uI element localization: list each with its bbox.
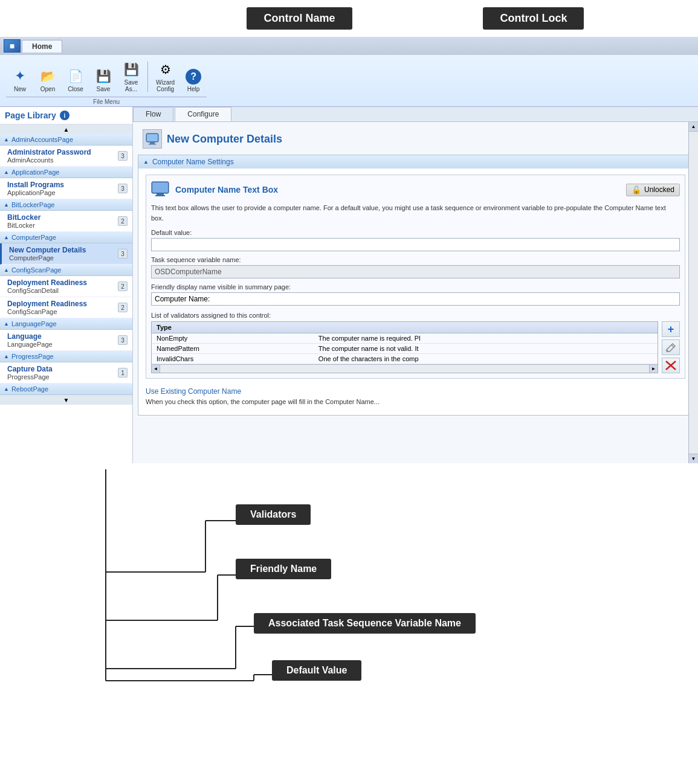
sidebar-item-deployment-1[interactable]: Deployment Readiness ConfigScanDetail 2 xyxy=(0,276,132,297)
office-button[interactable]: ■ xyxy=(4,39,21,53)
sidebar-section-bitlocker[interactable]: ▲ BitLockerPage xyxy=(0,199,132,211)
sidebar-section-application[interactable]: ▲ ApplicationPage xyxy=(0,167,132,178)
item-sub: BitLocker xyxy=(7,222,40,229)
use-existing-link[interactable]: Use Existing Computer Name xyxy=(146,387,241,396)
svg-rect-2 xyxy=(149,144,156,145)
validator-desc: The computer name is required. Pl xyxy=(314,333,658,344)
wizard-config-icon: ⚙ xyxy=(157,61,174,78)
sidebar-info-icon[interactable]: i xyxy=(60,111,69,120)
validator-type: NonEmpty xyxy=(152,333,314,344)
open-label: Open xyxy=(40,86,55,92)
item-sub: ConfigScanDetail xyxy=(7,287,87,294)
sidebar-section-language[interactable]: ▲ LanguagePage xyxy=(0,318,132,330)
svg-rect-1 xyxy=(150,142,155,144)
item-sub: AdminAccounts xyxy=(7,156,91,164)
sidebar-section-configscan[interactable]: ▲ ConfigScanPage xyxy=(0,265,132,276)
item-badge: 2 xyxy=(118,281,128,291)
scroll-up-btn[interactable]: ▲ xyxy=(689,122,698,132)
validators-label: List of validators assigned to this cont… xyxy=(151,312,680,319)
close-label: Close xyxy=(68,86,83,92)
default-value-annotation: Default Value xyxy=(272,660,361,681)
sidebar-item-admin-password[interactable]: Administrator Password AdminAccounts 3 xyxy=(0,146,132,167)
delete-validator-button[interactable] xyxy=(662,358,680,373)
close-button[interactable]: 📄 Close xyxy=(62,65,89,95)
table-row[interactable]: NonEmpty The computer name is required. … xyxy=(152,333,658,344)
lock-badge[interactable]: 🔓 Unlocked xyxy=(626,184,680,196)
section-header[interactable]: ▲ Computer Name Settings xyxy=(138,155,693,169)
table-row[interactable]: NamedPattern The computer name is not va… xyxy=(152,344,658,354)
section-arrow: ▲ xyxy=(4,202,9,208)
section-label: RebootPage xyxy=(11,385,48,393)
sidebar-item-capture-data[interactable]: Capture Data ProgressPage 1 xyxy=(0,362,132,384)
control-title: Computer Name Text Box xyxy=(175,185,278,194)
sidebar-section-admin-accounts[interactable]: ▲ AdminAccountsPage xyxy=(0,134,132,146)
help-icon: ? xyxy=(186,69,201,85)
section-label: AdminAccountsPage xyxy=(11,136,73,143)
ribbon-content: ✦ New 📂 Open 📄 Close 💾 Save 💾 Save xyxy=(0,55,698,106)
friendly-name-input[interactable] xyxy=(151,292,680,306)
control-name-annotation: Control Name xyxy=(247,7,352,30)
wizard-config-button[interactable]: ⚙ Wizard Config xyxy=(150,59,180,95)
sidebar-section-progress[interactable]: ▲ ProgressPage xyxy=(0,351,132,362)
close-icon: 📄 xyxy=(67,68,84,85)
use-existing-desc: When you check this option, the computer… xyxy=(146,398,685,405)
control-card-header: Computer Name Text Box 🔓 Unlocked xyxy=(151,180,680,199)
control-description: This text box allows the user to provide… xyxy=(151,203,680,223)
section-label: ConfigScanPage xyxy=(11,266,62,274)
tab-flow[interactable]: Flow xyxy=(133,107,173,121)
validators-annotation: Validators xyxy=(236,504,311,525)
ribbon-separator xyxy=(147,62,148,92)
save-button[interactable]: 💾 Save xyxy=(89,65,117,95)
default-value-label: Default value: xyxy=(151,229,680,236)
section-arrow: ▲ xyxy=(4,353,9,359)
sidebar-item-new-computer[interactable]: New Computer Details ComputerPage 3 xyxy=(0,243,132,265)
help-label: Help xyxy=(187,86,200,92)
sidebar-item-deployment-2[interactable]: Deployment Readiness ConfigScanPage 2 xyxy=(0,297,132,318)
item-badge: 3 xyxy=(118,151,128,161)
friendly-name-annotation: Friendly Name xyxy=(236,559,331,579)
section-label: LanguagePage xyxy=(11,320,57,327)
sidebar-item-bitlocker[interactable]: BitLocker BitLocker 2 xyxy=(0,211,132,232)
sidebar-section-computer[interactable]: ▲ ComputerPage xyxy=(0,232,132,243)
section-arrow: ▲ xyxy=(4,321,9,327)
new-button[interactable]: ✦ New xyxy=(6,65,34,95)
default-value-input[interactable] xyxy=(151,238,680,251)
validators-section: List of validators assigned to this cont… xyxy=(151,312,680,373)
scroll-down-btn[interactable]: ▼ xyxy=(689,454,698,463)
tab-configure[interactable]: Configure xyxy=(175,107,231,121)
section-arrow: ▲ xyxy=(4,234,9,240)
sidebar-section-reboot[interactable]: ▲ RebootPage xyxy=(0,384,132,395)
task-seq-label: Task sequence variable name: xyxy=(151,256,680,263)
section-label: ApplicationPage xyxy=(11,169,60,176)
sidebar-item-language[interactable]: Language LanguagePage 3 xyxy=(0,330,132,351)
edit-validator-button[interactable] xyxy=(662,339,680,355)
use-existing-section: Use Existing Computer Name When you chec… xyxy=(146,384,685,409)
section-body: Computer Name Text Box 🔓 Unlocked This t… xyxy=(138,169,693,415)
open-button[interactable]: 📂 Open xyxy=(34,65,62,95)
page-title-icon xyxy=(143,129,162,149)
sidebar-title: Page Library xyxy=(5,111,56,120)
section-label: ComputerPage xyxy=(11,234,56,241)
content-area: Flow Configure New Computer Details xyxy=(133,107,698,463)
wizard-config-label: Wizard Config xyxy=(156,79,175,92)
ribbon-tab-home[interactable]: Home xyxy=(22,40,62,53)
sidebar-scroll-up[interactable]: ▲ xyxy=(0,124,132,134)
table-scroll-left[interactable]: ◄ xyxy=(152,365,160,373)
save-as-button[interactable]: 💾 Save As... xyxy=(117,59,145,95)
svg-rect-5 xyxy=(152,182,168,193)
add-validator-button[interactable]: + xyxy=(662,321,680,337)
section-label: ProgressPage xyxy=(11,353,54,360)
section-arrow: ▲ xyxy=(4,169,9,175)
sidebar: Page Library i ▲ ▲ AdminAccountsPage Adm… xyxy=(0,107,133,463)
save-as-label: Save As... xyxy=(124,79,138,92)
section-expand-icon: ▲ xyxy=(143,159,149,165)
ribbon-buttons: ✦ New 📂 Open 📄 Close 💾 Save 💾 Save xyxy=(6,59,207,95)
sidebar-scroll-down[interactable]: ▼ xyxy=(0,395,132,405)
table-row[interactable]: InvalidChars One of the characters in th… xyxy=(152,354,658,364)
task-seq-input xyxy=(151,265,680,278)
sidebar-item-install-programs[interactable]: Install Programs ApplicationPage 3 xyxy=(0,178,132,199)
table-scroll-right[interactable]: ► xyxy=(649,365,658,373)
sidebar-header: Page Library i xyxy=(0,107,132,124)
item-badge: 1 xyxy=(118,368,128,378)
help-button[interactable]: ? Help xyxy=(180,66,207,95)
